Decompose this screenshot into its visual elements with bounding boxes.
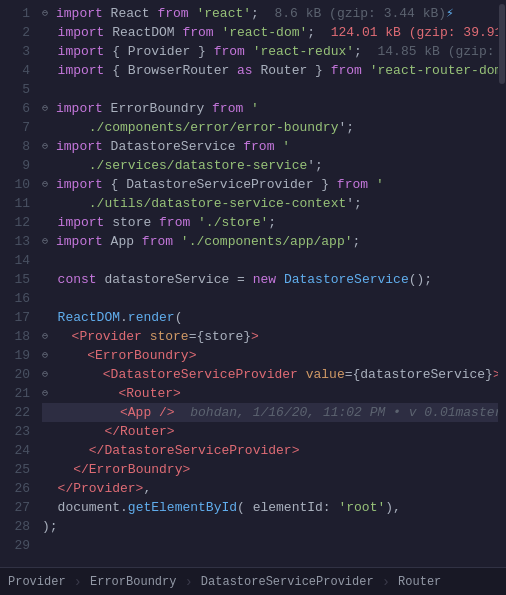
scrollbar-thumb[interactable]	[499, 4, 505, 84]
line-number: 3	[0, 42, 30, 61]
line-number: 12	[0, 213, 30, 232]
statusbar-separator: ›	[184, 574, 192, 590]
code-line	[42, 80, 506, 99]
line-number: 14	[0, 251, 30, 270]
code-line: ⊖import ErrorBoundry from '	[42, 99, 506, 118]
code-line: </Router>	[42, 422, 506, 441]
statusbar-breadcrumb-item: Router	[398, 575, 441, 589]
code-line: ⊖import DatastoreService from '	[42, 137, 506, 156]
code-line: <App /> bohdan, 1/16/20, 11:02 PM • v 0.…	[42, 403, 506, 422]
statusbar-breadcrumb-item: DatastoreServiceProvider	[201, 575, 374, 589]
line-number: 2	[0, 23, 30, 42]
line-number: 16	[0, 289, 30, 308]
line-number: 25	[0, 460, 30, 479]
line-number: 13	[0, 232, 30, 251]
line-number: 5	[0, 80, 30, 99]
line-number: 29	[0, 536, 30, 555]
code-line: ⊖ <Provider store={store}>	[42, 327, 506, 346]
code-container: 1234567891011121314151617181920212223242…	[0, 0, 506, 567]
code-lines: ⊖import React from 'react'; 8.6 kB (gzip…	[38, 0, 506, 567]
code-line: ⊖ <DatastoreServiceProvider value={datas…	[42, 365, 506, 384]
code-line: </DatastoreServiceProvider>	[42, 441, 506, 460]
line-number: 15	[0, 270, 30, 289]
line-number: 24	[0, 441, 30, 460]
line-number: 10	[0, 175, 30, 194]
statusbar-separator: ›	[74, 574, 82, 590]
code-line: ./components/error/error-boundry';	[42, 118, 506, 137]
code-line: </Provider>,	[42, 479, 506, 498]
code-line: import { BrowserRouter as Router } from …	[42, 61, 506, 80]
code-line: document.getElementById( elementId: 'roo…	[42, 498, 506, 517]
line-number: 7	[0, 118, 30, 137]
code-line	[42, 251, 506, 270]
line-number: 9	[0, 156, 30, 175]
line-number: 8	[0, 137, 30, 156]
code-line: ./services/datastore-service';	[42, 156, 506, 175]
code-line: ReactDOM.render(	[42, 308, 506, 327]
line-number: 4	[0, 61, 30, 80]
line-number: 1	[0, 4, 30, 23]
code-line: </ErrorBoundry>	[42, 460, 506, 479]
code-line	[42, 289, 506, 308]
statusbar-separator: ›	[382, 574, 390, 590]
line-number: 20	[0, 365, 30, 384]
line-number: 23	[0, 422, 30, 441]
line-number: 26	[0, 479, 30, 498]
scrollbar[interactable]	[498, 0, 506, 567]
code-line: ⊖ <ErrorBoundry>	[42, 346, 506, 365]
code-line: const datastoreService = new DatastoreSe…	[42, 270, 506, 289]
code-line	[42, 536, 506, 555]
editor-area: 1234567891011121314151617181920212223242…	[0, 0, 506, 567]
line-numbers: 1234567891011121314151617181920212223242…	[0, 0, 38, 567]
code-line: ⊖ <Router>	[42, 384, 506, 403]
line-number: 19	[0, 346, 30, 365]
statusbar-breadcrumb-item: ErrorBoundry	[90, 575, 176, 589]
line-number: 18	[0, 327, 30, 346]
line-number: 6	[0, 99, 30, 118]
code-line: import store from './store';	[42, 213, 506, 232]
code-line: );	[42, 517, 506, 536]
code-line: ⊖import React from 'react'; 8.6 kB (gzip…	[42, 4, 506, 23]
code-line: import ReactDOM from 'react-dom'; 124.01…	[42, 23, 506, 42]
code-line: import { Provider } from 'react-redux'; …	[42, 42, 506, 61]
line-number: 22	[0, 403, 30, 422]
code-line: ./utils/datastore-service-context';	[42, 194, 506, 213]
line-number: 17	[0, 308, 30, 327]
line-number: 27	[0, 498, 30, 517]
statusbar: Provider›ErrorBoundry›DatastoreServicePr…	[0, 567, 506, 595]
line-number: 28	[0, 517, 30, 536]
code-line: ⊖import { DatastoreServiceProvider } fro…	[42, 175, 506, 194]
line-number: 21	[0, 384, 30, 403]
line-number: 11	[0, 194, 30, 213]
code-line: ⊖import App from './components/app/app';	[42, 232, 506, 251]
statusbar-breadcrumb-item: Provider	[8, 575, 66, 589]
